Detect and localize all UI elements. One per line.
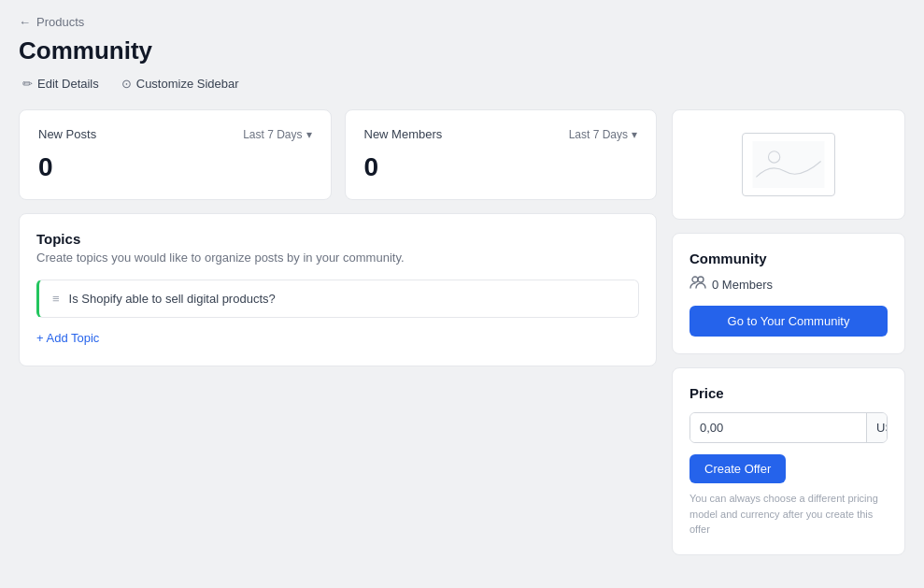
svg-point-2 bbox=[692, 277, 698, 282]
topic-text: Is Shopify able to sell digital products… bbox=[69, 292, 276, 306]
new-members-header: New Members Last 7 Days ▾ bbox=[364, 127, 638, 141]
right-column: Community 0 Members Go to Your Community bbox=[672, 109, 905, 555]
new-posts-filter-label: Last 7 Days bbox=[243, 128, 302, 141]
price-note: You can always choose a different pricin… bbox=[689, 491, 888, 538]
members-icon bbox=[689, 276, 706, 293]
edit-details-button[interactable]: ✏ Edit Details bbox=[19, 75, 103, 93]
breadcrumb-label: Products bbox=[36, 15, 84, 29]
chevron-down-icon-2: ▾ bbox=[632, 128, 637, 141]
toolbar: ✏ Edit Details ⊙ Customize Sidebar bbox=[19, 75, 905, 93]
page-title: Community bbox=[19, 36, 905, 65]
topic-item: ≡ Is Shopify able to sell digital produc… bbox=[36, 280, 639, 318]
main-layout: New Posts Last 7 Days ▾ 0 New Members La… bbox=[19, 109, 905, 555]
new-posts-card: New Posts Last 7 Days ▾ 0 bbox=[19, 109, 332, 200]
drag-icon: ≡ bbox=[52, 292, 60, 306]
new-members-card: New Members Last 7 Days ▾ 0 bbox=[345, 109, 658, 200]
image-mock bbox=[742, 133, 835, 196]
image-placeholder-card bbox=[672, 109, 905, 220]
topics-description: Create topics you would like to organize… bbox=[36, 251, 639, 265]
go-to-community-button[interactable]: Go to Your Community bbox=[689, 306, 888, 337]
breadcrumb-arrow: ← bbox=[19, 15, 31, 29]
members-label: 0 Members bbox=[712, 278, 773, 292]
price-title: Price bbox=[689, 385, 888, 401]
new-members-filter-label: Last 7 Days bbox=[569, 128, 628, 141]
customize-sidebar-button[interactable]: ⊙ Customize Sidebar bbox=[118, 75, 243, 93]
edit-icon: ✏ bbox=[22, 77, 33, 91]
chevron-down-icon: ▾ bbox=[306, 128, 312, 141]
customize-sidebar-label: Customize Sidebar bbox=[136, 77, 239, 91]
new-posts-label: New Posts bbox=[38, 127, 96, 141]
new-posts-header: New Posts Last 7 Days ▾ bbox=[38, 127, 312, 141]
stats-row: New Posts Last 7 Days ▾ 0 New Members La… bbox=[19, 109, 657, 200]
members-row: 0 Members bbox=[689, 276, 888, 293]
breadcrumb[interactable]: ← Products bbox=[19, 15, 905, 29]
community-info-card: Community 0 Members Go to Your Community bbox=[672, 233, 905, 354]
page-wrapper: ← Products Community ✏ Edit Details ⊙ Cu… bbox=[0, 0, 924, 588]
new-members-filter[interactable]: Last 7 Days ▾ bbox=[569, 128, 637, 141]
community-card-title: Community bbox=[689, 251, 888, 266]
create-offer-button[interactable]: Create Offer bbox=[689, 454, 786, 483]
new-posts-value: 0 bbox=[38, 152, 312, 182]
price-input-row: USD bbox=[689, 412, 888, 443]
customize-icon: ⊙ bbox=[121, 77, 132, 91]
add-topic-button[interactable]: + Add Topic bbox=[36, 327, 99, 349]
price-input[interactable] bbox=[690, 413, 866, 442]
price-card: Price USD Create Offer You can always ch… bbox=[672, 367, 905, 555]
topics-card: Topics Create topics you would like to o… bbox=[19, 213, 657, 366]
edit-details-label: Edit Details bbox=[37, 77, 99, 91]
svg-rect-0 bbox=[753, 141, 825, 188]
left-column: New Posts Last 7 Days ▾ 0 New Members La… bbox=[19, 109, 657, 366]
topics-title: Topics bbox=[36, 231, 639, 247]
add-topic-label: + Add Topic bbox=[36, 331, 99, 345]
svg-point-3 bbox=[698, 277, 704, 282]
new-members-value: 0 bbox=[364, 152, 638, 182]
new-posts-filter[interactable]: Last 7 Days ▾ bbox=[243, 128, 311, 141]
price-currency: USD bbox=[866, 413, 888, 442]
new-members-label: New Members bbox=[364, 127, 443, 141]
